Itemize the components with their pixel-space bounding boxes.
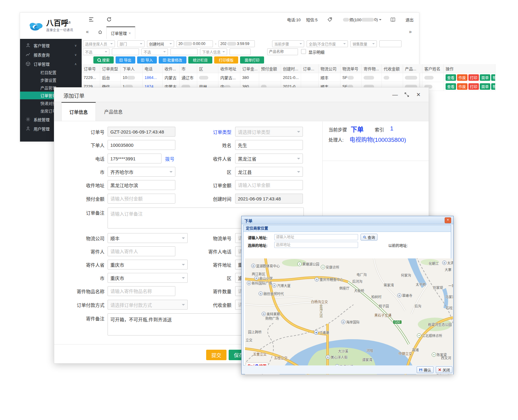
tab-order-management[interactable]: 订单管理 ×	[106, 27, 135, 39]
recv-province-select[interactable]: 黑龙江省	[235, 154, 303, 163]
orderer-input[interactable]	[108, 140, 175, 150]
logistics-company-select[interactable]: 顺丰	[108, 233, 188, 243]
home-icon[interactable]	[98, 30, 103, 35]
sidebar-collapse-icon[interactable]	[88, 17, 94, 22]
item-name-input[interactable]	[108, 286, 175, 296]
close-icon[interactable]: ×	[415, 91, 422, 98]
column-header[interactable]: 代收金额	[382, 64, 403, 73]
sidebar-item-customer-mgmt[interactable]: 客户管理 ∨	[20, 41, 82, 50]
row-action-button[interactable]: 面单	[480, 74, 490, 81]
address-input[interactable]	[274, 234, 358, 240]
tab-order-info[interactable]: 订单信息	[61, 102, 96, 121]
sender-input[interactable]	[108, 246, 175, 256]
dial-link[interactable]: 拨号	[165, 155, 174, 162]
address-book-icon[interactable]	[390, 17, 396, 22]
agent-select[interactable]: 选择坐席人员	[83, 40, 115, 47]
created-time-select[interactable]: 创建时间	[147, 40, 174, 47]
import-button[interactable]: 导入	[137, 56, 157, 64]
filter-nosel-b[interactable]: 不选	[141, 48, 168, 55]
sender-city-select[interactable]: 重庆市	[108, 273, 188, 283]
sender-province-select[interactable]: 重庆市	[108, 260, 188, 270]
column-header[interactable]: 创建时...	[281, 64, 301, 73]
department-select[interactable]: 部门	[117, 40, 145, 47]
batch-edit-button[interactable]: 批量修改	[159, 56, 186, 64]
popup-title-bar[interactable]: 下单 ×	[242, 216, 453, 224]
row-action-button[interactable]: 作废	[457, 74, 467, 81]
district-select[interactable]: 龙江县	[235, 167, 303, 177]
tabs-back-icon[interactable]: «	[86, 29, 89, 35]
column-header[interactable]: 客户姓名	[422, 64, 444, 73]
minimize-icon[interactable]: —	[392, 91, 398, 98]
row-action-button[interactable]: 查看	[446, 74, 456, 81]
row-action-button[interactable]: 作废	[457, 83, 467, 90]
selected-address-input[interactable]	[274, 242, 358, 248]
row-action-button[interactable]: 打印	[468, 83, 479, 90]
recv-address-input[interactable]	[108, 180, 175, 190]
column-header[interactable]: 下单人	[121, 64, 143, 73]
sales-qty-input[interactable]	[379, 40, 402, 47]
phone-link[interactable]: 1864...	[145, 75, 157, 80]
row-action-button[interactable]: 查看	[446, 83, 456, 90]
column-header[interactable]: 预付金额	[259, 64, 281, 73]
row-action-button[interactable]: 物流	[491, 74, 495, 81]
column-header[interactable]: 物流公司	[319, 64, 341, 73]
column-header[interactable]: 电话	[143, 64, 163, 73]
orderer-info-select[interactable]: 下单人信息	[200, 48, 227, 55]
orderer-info-input[interactable]	[230, 48, 251, 55]
tag-icon[interactable]	[327, 17, 332, 22]
baidu-map[interactable]: A蓝湖郡体育中心+果塘湖公园+安康诊所化朝工A太清寺大寨两江新区A金山小学A重庆…	[245, 258, 453, 374]
column-header[interactable]: 订单金...	[240, 64, 259, 73]
column-header[interactable]: 市	[180, 64, 197, 73]
submit-button[interactable]: 提交	[206, 350, 226, 360]
column-header[interactable]: 物流单号	[341, 64, 362, 73]
sidebar-subitem-column-config[interactable]: 栏目配置	[20, 68, 82, 76]
sidebar-item-report-query[interactable]: 报表查询 ∨	[20, 50, 82, 59]
logout-button[interactable]: 退出	[406, 17, 414, 23]
query-button[interactable]: 查询	[361, 234, 377, 241]
search-button[interactable]: 搜索	[93, 56, 114, 64]
sales-qty-select[interactable]: 销售数量	[350, 40, 377, 47]
maximize-icon[interactable]	[403, 91, 410, 98]
date-from-input[interactable]: 200:00:00	[177, 40, 213, 47]
waybill-print-button[interactable]: 面单打印	[240, 56, 264, 64]
tab-close-icon[interactable]: ×	[129, 31, 131, 35]
user-menu[interactable]: 师(100 0)	[343, 17, 381, 23]
column-header[interactable]: 订单号	[82, 64, 100, 73]
order-amount-input[interactable]	[235, 180, 303, 190]
print-template-button[interactable]: 打印模板	[214, 56, 238, 64]
sidebar-item-order-mgmt[interactable]: 订单管理 ∧	[20, 59, 82, 68]
stats-columns-button[interactable]: 统计栏目	[188, 56, 212, 64]
prepaid-input[interactable]	[108, 194, 175, 204]
popup-close-icon[interactable]: ×	[445, 217, 451, 223]
column-header[interactable]: 寄件物...	[362, 64, 382, 73]
column-header[interactable]: 订单...	[301, 64, 319, 73]
column-header[interactable]: 产品...	[403, 64, 422, 73]
row-action-button[interactable]: 打印	[468, 74, 479, 81]
confirm-button[interactable]: 确认	[417, 366, 434, 373]
scope-select[interactable]: 全部(不含已作废	[307, 40, 348, 47]
close-popup-button[interactable]: 关闭	[436, 366, 452, 373]
column-header[interactable]: 操作	[444, 64, 496, 73]
tabs-forward-icon[interactable]: »	[409, 29, 412, 35]
column-header[interactable]: 订单类型	[100, 64, 121, 73]
show-detail-checkbox[interactable]	[301, 49, 306, 54]
filter-input-b[interactable]	[170, 48, 198, 55]
phone-input[interactable]	[108, 154, 161, 163]
order-no-input[interactable]	[108, 127, 175, 137]
product-name-input[interactable]	[267, 48, 298, 55]
filter-input-a[interactable]	[112, 48, 139, 55]
column-header[interactable]: 收件地址	[218, 64, 240, 73]
city-select[interactable]: 齐齐哈尔市	[108, 167, 175, 177]
filter-nosel-a[interactable]: 不选	[83, 48, 109, 55]
order-type-select[interactable]: 请选择订单类型	[235, 127, 303, 137]
name-input[interactable]	[235, 140, 303, 150]
current-step-select[interactable]: 当前步骤	[272, 40, 304, 47]
column-header[interactable]: 收件...	[163, 64, 180, 73]
row-action-button[interactable]: 物流	[491, 83, 495, 90]
tab-product-info[interactable]: 产品信息	[96, 102, 131, 121]
sidebar-subitem-step-settings[interactable]: 步骤设置	[20, 76, 82, 84]
pay-method-select[interactable]: 请选择订单付款方式	[108, 300, 188, 310]
created-at-input[interactable]	[235, 194, 303, 204]
refresh-icon[interactable]	[106, 17, 112, 22]
date-to-input[interactable]: 2023:59:59	[218, 40, 255, 47]
